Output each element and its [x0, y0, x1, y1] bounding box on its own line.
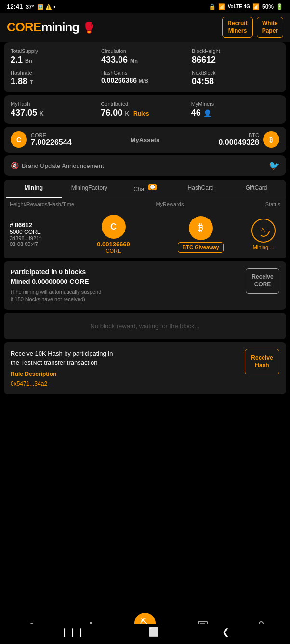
tab-bar: Mining MiningFactory Chat 💬 HashCard Gif…: [4, 180, 286, 198]
status-time: 12:41 37° 🖼️ ⚠️ •: [7, 3, 55, 10]
btc-asset: BTC 0.00049328 ₿: [218, 131, 279, 148]
header-buttons: Recruit Miners White Paper: [222, 17, 283, 38]
circulation-stat: Circulation 433.06 Mn: [101, 48, 189, 65]
mining-data-row: # 86612 5000 CORE 34398...f921f 08-08 00…: [4, 210, 286, 258]
receive-hash-button[interactable]: Receive Hash: [245, 349, 279, 374]
tab-mining-factory[interactable]: MiningFactory: [62, 180, 118, 198]
app-header: COREmining 🥊 Recruit Miners White Paper: [0, 13, 290, 42]
my-hash-stat: MyHash 437.05 K: [11, 101, 99, 118]
core-icon: C: [11, 131, 27, 148]
tab-giftcard[interactable]: GiftCard: [228, 180, 284, 198]
tab-hashcard[interactable]: HashCard: [173, 180, 229, 198]
next-block-stat: NextBlock 04:58: [192, 70, 279, 87]
home-button[interactable]: ⬜: [148, 627, 159, 637]
mining-status-display: ⛏ Mining ...: [247, 219, 280, 250]
svg-text:⛏: ⛏: [261, 227, 266, 232]
status-right: 🔒 📶 VoLTE 4G 📶 50% 🔋: [209, 3, 283, 10]
recent-apps-button[interactable]: ❙❙❙: [61, 627, 85, 637]
table-col3: Status: [265, 201, 280, 207]
tab-mining[interactable]: Mining: [6, 180, 62, 198]
contributed-stat: Contributed 76.00 K Rules: [101, 101, 189, 118]
assets-card: C CORE 7.00226544 MyAssets BTC 0.0004932…: [4, 127, 286, 153]
table-header: Height/Rewards/Hash/Time MyRewards Statu…: [4, 198, 286, 210]
hashrate-stat: Hashrate 1.88 T: [11, 70, 98, 87]
btc-reward-display: ₿ BTC Giveaway: [159, 216, 242, 253]
tabs-container: Mining MiningFactory Chat 💬 HashCard Gif…: [4, 180, 286, 198]
block-height-stat: BlockHeight 86612: [192, 48, 279, 65]
testnet-address: 0x5471...34a2: [11, 380, 47, 387]
white-paper-button[interactable]: White Paper: [257, 17, 283, 38]
mining-block-info: # 86612 5000 CORE 34398...f921f 08-08 00…: [10, 221, 67, 247]
twitter-icon[interactable]: 🐦: [269, 160, 279, 171]
btc-giveaway-button[interactable]: BTC Giveaway: [178, 242, 223, 253]
stats-card: TotalSupply 2.1 Bn Circulation 433.06 Mn…: [4, 42, 286, 92]
table-col2: MyRewards: [156, 201, 184, 207]
announcement-card[interactable]: 🔇 Brand Update Announcement 🐦: [4, 155, 286, 176]
btc-reward-icon: ₿: [189, 216, 213, 240]
my-assets-label: MyAssets: [131, 136, 160, 143]
core-reward-display: C 0.00136669 CORE: [72, 215, 155, 254]
back-button[interactable]: ❮: [222, 627, 229, 637]
rules-link[interactable]: Rules: [133, 110, 149, 117]
total-supply-stat: TotalSupply 2.1 Bn: [11, 48, 98, 65]
mining-status-icon: ⛏: [251, 219, 276, 243]
speaker-icon: 🔇: [11, 162, 19, 169]
chat-badge: 💬: [148, 184, 157, 190]
core-reward-icon: C: [102, 215, 126, 239]
status-bar: 12:41 37° 🖼️ ⚠️ • 🔒 📶 VoLTE 4G 📶 50% 🔋: [0, 0, 290, 13]
no-reward-section: No block reward, waiting for the block..…: [4, 313, 286, 339]
tab-chat[interactable]: Chat 💬: [117, 180, 173, 198]
app-logo: COREmining 🥊: [7, 20, 95, 35]
my-stats-card: MyHash 437.05 K Contributed 76.00 K Rule…: [4, 95, 286, 124]
btc-icon: ₿: [263, 131, 279, 148]
recruit-miners-button[interactable]: Recruit Miners: [222, 17, 252, 38]
announcement-text: Brand Update Announcement: [22, 162, 104, 169]
mining-participation-section: Participated in 0 blocks Mined 0.0000000…: [4, 261, 286, 310]
core-asset: C CORE 7.00226544: [11, 131, 72, 148]
table-col1: Height/Rewards/Hash/Time: [10, 201, 74, 207]
testnet-section: Receive 10K Hash by participating in the…: [4, 342, 286, 394]
hash-gains-stat: HashGains 0.00266386 M/B: [101, 70, 189, 87]
receive-core-button[interactable]: Receive CORE: [246, 268, 279, 294]
my-miners-stat: MyMiners 46 👤: [191, 101, 279, 118]
rule-description-link[interactable]: Rule Description: [11, 371, 245, 377]
